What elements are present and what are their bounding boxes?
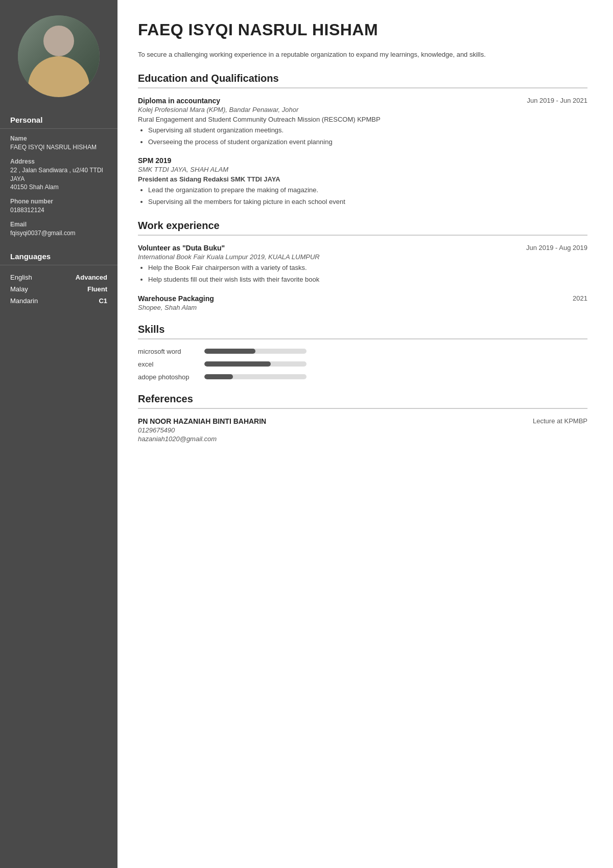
address-label: Address (0, 158, 117, 166)
phone-label: Phone number (0, 198, 117, 206)
work-title-2: Warehouse Packaging (138, 294, 214, 303)
skill-row-word: microsoft word (138, 348, 587, 355)
edu-date-1: Jun 2019 - Jun 2021 (527, 97, 587, 104)
edu-subtitle-2: SMK TTDI JAYA, SHAH ALAM (138, 166, 587, 173)
education-section-title: Education and Qualifications (138, 73, 587, 88)
skills-section: Skills microsoft word excel adope photos… (138, 324, 587, 381)
language-name-english: English (10, 273, 32, 281)
languages-list: English Advanced Malay Fluent Mandarin C… (0, 271, 117, 307)
skill-name-photoshop: adope photoshop (138, 373, 204, 381)
language-item-malay: Malay Fluent (10, 283, 107, 295)
edu-title-1: Diploma in accountancy (138, 97, 220, 105)
work-subtitle-1: International Book Fair Kuala Lumpur 201… (138, 253, 587, 261)
language-item-english: English Advanced (10, 271, 107, 283)
ref-name-1: PN NOOR HAZANIAH BINTI BAHARIN (138, 417, 266, 425)
skill-bar-photoshop-container (204, 374, 306, 379)
work-entry-header-2: Warehouse Packaging 2021 (138, 294, 587, 303)
work-date-2: 2021 (573, 294, 587, 302)
address-value: 22 , Jalan Sandiwara , u2/40 TTDI JAYA40… (0, 166, 117, 198)
edu-bullet-2-1: Lead the organization to prepare the mak… (148, 185, 587, 196)
work-bullet-1-1: Help the Book Fair chairperson with a va… (148, 263, 587, 273)
skill-name-word: microsoft word (138, 348, 204, 355)
work-section: Work experience Volunteer as "Duta Buku"… (138, 220, 587, 311)
language-name-malay: Malay (10, 285, 28, 293)
edu-bullet-1-1: Supervising all student organization mee… (148, 125, 587, 136)
references-section-title: References (138, 393, 587, 409)
email-value: fqisyqi0037@gmail.com (0, 229, 117, 244)
edu-desc-1: Rural Engagement and Student Community O… (138, 116, 587, 123)
reference-header-1: PN NOOR HAZANIAH BINTI BAHARIN Lecture a… (138, 417, 587, 425)
language-name-mandarin: Mandarin (10, 297, 38, 305)
ref-role-1: Lecture at KPMBP (533, 417, 587, 425)
ref-phone-1: 0129675490 (138, 426, 587, 434)
skill-name-excel: excel (138, 360, 204, 368)
edu-subtitle-1: Kolej Profesional Mara (KPM), Bandar Pen… (138, 106, 587, 113)
avatar-image (18, 15, 100, 97)
language-item-mandarin: Mandarin C1 (10, 295, 107, 307)
education-entry-header-1: Diploma in accountancy Jun 2019 - Jun 20… (138, 97, 587, 105)
references-section: References PN NOOR HAZANIAH BINTI BAHARI… (138, 393, 587, 443)
skill-row-excel: excel (138, 360, 587, 368)
ref-email-1: hazaniah1020@gmail.com (138, 435, 587, 443)
main-content: FAEQ ISYQI NASRUL HISHAM To secure a cha… (117, 0, 613, 868)
work-bullets-1: Help the Book Fair chairperson with a va… (138, 263, 587, 285)
work-bullet-1-2: Help students fill out their wish lists … (148, 275, 587, 285)
education-entry-diploma: Diploma in accountancy Jun 2019 - Jun 20… (138, 97, 587, 148)
skill-row-photoshop: adope photoshop (138, 373, 587, 381)
phone-value: 0188312124 (0, 206, 117, 221)
work-section-title: Work experience (138, 220, 587, 236)
work-entry-header-1: Volunteer as "Duta Buku" Jun 2019 - Aug … (138, 244, 587, 252)
reference-entry-1: PN NOOR HAZANIAH BINTI BAHARIN Lecture a… (138, 417, 587, 443)
personal-section-title: Personal (0, 107, 117, 129)
avatar (18, 15, 100, 97)
skill-bar-word-fill (204, 349, 255, 354)
skill-bar-excel-fill (204, 361, 271, 367)
edu-bullets-2: Lead the organization to prepare the mak… (138, 185, 587, 208)
languages-section-title: Languages (0, 244, 117, 265)
work-subtitle-2: Shopee, Shah Alam (138, 304, 587, 311)
name-label: Name (0, 135, 117, 143)
objective-text: To secure a challenging working experien… (138, 50, 587, 60)
skill-bar-excel-container (204, 361, 306, 367)
avatar-container (0, 0, 117, 107)
edu-bullet-1-2: Overseeing the process of student organi… (148, 137, 587, 148)
language-level-mandarin: C1 (99, 297, 107, 305)
email-label: Email (0, 221, 117, 229)
edu-title-2: SPM 2019 (138, 156, 171, 165)
work-entry-duta-buku: Volunteer as "Duta Buku" Jun 2019 - Aug … (138, 244, 587, 285)
language-level-malay: Fluent (87, 285, 107, 293)
skills-section-title: Skills (138, 324, 587, 339)
language-level-english: Advanced (76, 273, 107, 281)
edu-bullet-2-2: Supervising all the members for taking p… (148, 197, 587, 208)
edu-bullets-1: Supervising all student organization mee… (138, 125, 587, 148)
work-title-1: Volunteer as "Duta Buku" (138, 244, 225, 252)
work-date-1: Jun 2019 - Aug 2019 (526, 244, 587, 252)
name-value: FAEQ ISYQI NASRUL HISHAM (0, 143, 117, 158)
edu-desc-2: President as Sidang Redaksi SMK TTDI JAY… (138, 175, 587, 183)
work-entry-warehouse: Warehouse Packaging 2021 Shopee, Shah Al… (138, 294, 587, 311)
sidebar: Personal Name FAEQ ISYQI NASRUL HISHAM A… (0, 0, 117, 868)
skill-bar-word-container (204, 349, 306, 354)
education-entry-spm: SPM 2019 SMK TTDI JAYA, SHAH ALAM Presid… (138, 156, 587, 208)
education-entry-header-2: SPM 2019 (138, 156, 587, 165)
resume-full-name: FAEQ ISYQI NASRUL HISHAM (138, 20, 587, 39)
education-section: Education and Qualifications Diploma in … (138, 73, 587, 208)
skill-bar-photoshop-fill (204, 374, 233, 379)
